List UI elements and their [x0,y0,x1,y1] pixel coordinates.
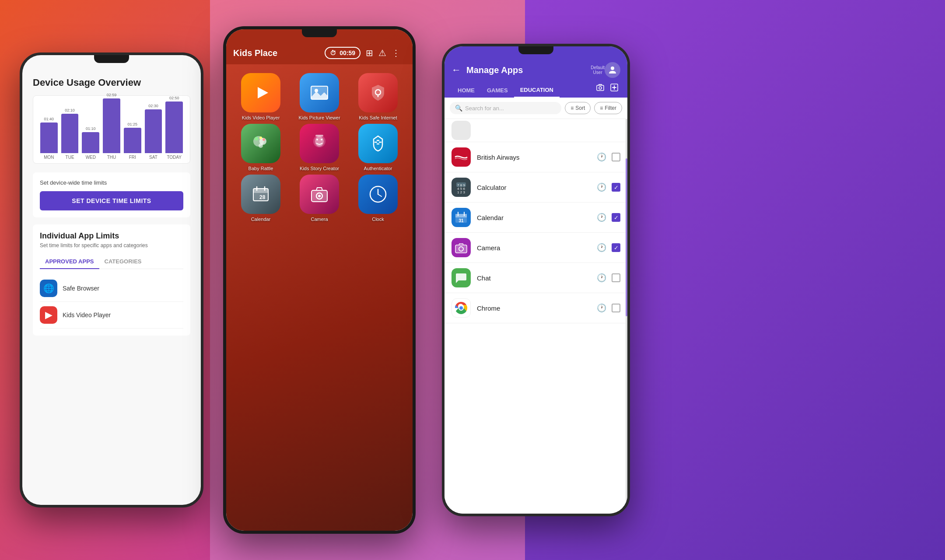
svg-rect-53 [455,245,467,253]
camera-tab-icon[interactable] [596,83,605,94]
app-row-british-airways[interactable]: British Airways 🕐 [444,142,627,172]
app-cell-calendar[interactable]: 28 Calendar [233,175,288,222]
phone-right: ← Manage Apps Default User HOME GAMES ED… [442,44,630,516]
center-volume-down-button[interactable] [413,147,416,178]
center-power-button[interactable] [223,139,225,174]
warning-icon[interactable]: ⚠ [378,48,386,58]
app-cell-clock[interactable]: Clock [350,175,406,222]
center-volume-up-button[interactable] [413,117,416,139]
bar-wed: 01:10 WED [82,126,99,160]
bar-thu-fill [103,98,120,153]
app-row-calculator[interactable]: 7 8 9 4 5 6 1 2 3 Calculator 🕐 [444,172,627,203]
search-box[interactable]: 🔍 Search for an... [450,102,561,114]
bar-tue-fill [61,114,79,153]
app-row-calendar[interactable]: 31 Calendar 🕐 [444,203,627,233]
list-item-safe-browser: 🌐 Safe Browser [40,275,183,302]
app-cell-kids-story[interactable]: Kids Story Creator [292,124,347,171]
screen-left: Device Usage Overview 01:40 MON 02:10 TU… [22,55,201,505]
bar-label-mon-time: 01:40 [44,117,54,121]
scroll-thumb[interactable] [626,158,627,316]
back-button[interactable]: ← [452,64,461,76]
app-row-camera[interactable]: Camera 🕐 [444,233,627,263]
search-icon: 🔍 [455,105,462,112]
page-title-left: Device Usage Overview [33,77,190,88]
exit-icon[interactable]: ⊞ [366,48,373,58]
calculator-icon: 7 8 9 4 5 6 1 2 3 [452,178,471,197]
svg-point-10 [259,136,262,139]
chat-checkbox[interactable] [612,273,620,282]
app-row-partial [444,119,627,142]
individual-section-subtitle: Set time limits for specific apps and ca… [40,242,183,248]
list-item-kids-video: ▶ Kids Video Player [40,302,183,329]
svg-point-60 [459,306,463,310]
bar-label-wed-day: WED [86,155,96,160]
more-options-icon[interactable]: ⋮ [392,48,400,58]
camera-app-icon [300,175,339,214]
calendar-checkbox[interactable] [612,213,620,222]
app-cell-authenticator[interactable]: Authenticator [350,124,406,171]
kids-video-name: Kids Video Player [63,312,111,318]
app-cell-kids-video[interactable]: Kids Video Player [233,73,288,120]
british-airways-checkbox[interactable] [612,153,620,161]
tab-games[interactable]: GAMES [481,84,514,97]
bar-sat: 02:30 SAT [145,104,162,160]
svg-point-36 [599,87,602,89]
default-user-label: Default [591,65,605,70]
screen-right: ← Manage Apps Default User HOME GAMES ED… [444,46,627,514]
tab-categories[interactable]: CATEGORIES [99,255,147,269]
camera-checkbox[interactable] [612,243,620,252]
app-row-chrome[interactable]: Chrome 🕐 [444,293,627,323]
calendar-clock-icon[interactable]: 🕐 [597,213,606,222]
chrome-checkbox[interactable] [612,304,620,312]
time-limit-section: Set device-wide time limits SET DEVICE T… [33,172,190,217]
camera-row-icon [452,238,471,257]
volume-down-button[interactable] [202,173,203,204]
calculator-checkbox[interactable] [612,183,620,192]
tab-home[interactable]: HOME [452,84,481,97]
british-airways-icon [452,147,471,167]
user-avatar[interactable] [605,62,620,78]
bar-tue: 02:10 TUE [61,108,79,160]
app-cell-kids-picture[interactable]: Kids Picture Viewer [292,73,347,120]
tab-approved-apps[interactable]: APPROVED APPS [40,255,99,269]
chat-clock-icon[interactable]: 🕐 [597,273,606,283]
right-volume-up-button[interactable] [628,134,630,156]
add-tab-icon[interactable] [610,83,619,94]
kids-place-title: Kids Place [233,48,325,58]
calculator-clock-icon[interactable]: 🕐 [597,182,606,192]
safe-browser-icon: 🌐 [40,280,57,297]
tab-education[interactable]: EDUCATION [514,83,560,98]
power-button[interactable] [20,164,21,200]
app-row-chat[interactable]: Chat 🕐 [444,263,627,293]
bar-label-tue-day: TUE [66,155,74,160]
svg-point-11 [262,138,265,141]
camera-row-name: Camera [477,244,597,252]
app-cell-camera[interactable]: Camera [292,175,347,222]
british-airways-name: British Airways [477,154,597,161]
app-cell-kids-safe[interactable]: Kids Safe Internet [350,73,406,120]
sort-button[interactable]: ≡ Sort [565,102,591,114]
kids-place-timer: ⏱ 00:59 [325,47,360,59]
chrome-clock-icon[interactable]: 🕐 [597,303,606,313]
user-word: User [593,70,602,75]
svg-point-30 [318,195,321,197]
right-volume-down-button[interactable] [628,164,630,195]
clock-app-label: Clock [372,217,384,222]
right-power-button[interactable] [442,156,444,191]
authenticator-label: Authenticator [364,166,392,171]
british-airways-clock-icon[interactable]: 🕐 [597,152,606,162]
calendar-row-name: Calendar [477,214,597,221]
camera-clock-icon[interactable]: 🕐 [597,243,606,252]
bar-label-today-time: 02:50 [169,96,179,100]
app-tabs-row: APPROVED APPS CATEGORIES [40,255,183,269]
bar-today-fill [165,102,183,153]
svg-point-34 [611,66,614,70]
filter-button[interactable]: ≡ Filter [594,102,622,114]
calendar-row-icon: 31 [452,208,471,227]
bar-sat-fill [145,109,162,153]
svg-text:31: 31 [458,218,464,223]
volume-up-button[interactable] [202,143,203,164]
app-cell-baby-rattle[interactable]: Baby Rattle [233,124,288,171]
set-device-time-limits-button[interactable]: SET DEVICE TIME LIMITS [40,191,183,210]
svg-point-13 [315,136,324,147]
